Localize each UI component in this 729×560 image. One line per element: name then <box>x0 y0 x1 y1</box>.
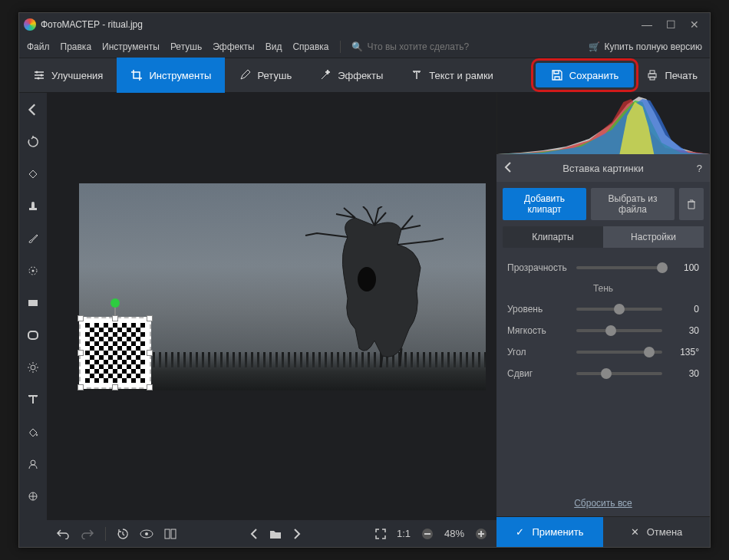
zoom-in-button[interactable] <box>475 528 487 540</box>
rotate-tool[interactable] <box>24 133 42 151</box>
fill-tool[interactable] <box>24 423 42 441</box>
separator <box>340 41 341 53</box>
actual-size-button[interactable]: 1:1 <box>397 528 411 539</box>
resize-handle-ne[interactable] <box>147 315 153 321</box>
menu-tools[interactable]: Инструменты <box>102 41 160 52</box>
slider-softness: Мягкость 30 <box>507 320 699 341</box>
add-clipart-button[interactable]: Добавить клипарт <box>503 188 586 220</box>
svg-rect-11 <box>28 300 38 306</box>
slider-value: 0 <box>668 304 699 315</box>
tab-text-frames[interactable]: Текст и рамки <box>397 58 507 93</box>
gradient-tool[interactable] <box>24 294 42 312</box>
from-file-button[interactable]: Выбрать из файла <box>591 188 675 220</box>
tab-label: Ретушь <box>257 70 292 81</box>
slider-track[interactable] <box>576 308 662 311</box>
svg-point-15 <box>31 460 35 465</box>
resize-handle-w[interactable] <box>78 350 84 356</box>
open-folder-button[interactable] <box>269 529 282 539</box>
histogram[interactable] <box>496 93 710 154</box>
menu-effects[interactable]: Эффекты <box>213 41 255 52</box>
search-box[interactable]: 🔍 <box>351 41 506 52</box>
stamp-tool[interactable] <box>24 197 42 216</box>
slider-track[interactable] <box>576 351 662 354</box>
tab-tools[interactable]: Инструменты <box>117 58 225 93</box>
menu-edit[interactable]: Правка <box>61 41 92 52</box>
window-controls: — ☐ ✕ <box>642 18 705 31</box>
resize-handle-se[interactable] <box>147 384 153 390</box>
slider-track[interactable] <box>576 329 662 332</box>
fit-screen-button[interactable] <box>375 529 386 539</box>
inserted-clipart[interactable] <box>79 317 151 389</box>
slider-thumb[interactable] <box>614 304 625 315</box>
maximize-button[interactable]: ☐ <box>666 18 676 31</box>
heal-tool[interactable] <box>24 165 42 183</box>
slider-thumb[interactable] <box>657 262 668 273</box>
tab-label: Текст и рамки <box>429 70 493 81</box>
slider-thumb[interactable] <box>601 368 612 379</box>
slider-track[interactable] <box>576 372 662 375</box>
print-button[interactable]: Печать <box>646 69 698 81</box>
search-input[interactable] <box>368 41 506 52</box>
slider-offset: Сдвиг 30 <box>507 363 699 384</box>
save-button[interactable]: Сохранить <box>536 63 635 87</box>
subtab-settings[interactable]: Настройки <box>603 226 704 248</box>
subtab-cliparts[interactable]: Клипарты <box>503 226 603 248</box>
tab-retouch[interactable]: Ретушь <box>225 58 305 93</box>
slider-opacity: Прозрачность 100 <box>507 257 699 278</box>
reset-all-link[interactable]: Сбросить все <box>496 490 710 516</box>
close-button[interactable]: ✕ <box>690 18 699 31</box>
apply-button[interactable]: ✓ Применить <box>496 517 603 547</box>
svg-rect-6 <box>29 208 37 210</box>
minimize-button[interactable]: — <box>642 18 652 31</box>
shadow-section-label: Тень <box>507 283 699 294</box>
portrait-tool[interactable] <box>24 455 42 473</box>
svg-point-10 <box>32 270 35 272</box>
menu-retouch[interactable]: Ретушь <box>170 41 202 52</box>
slider-thumb[interactable] <box>605 325 616 336</box>
brightness-tool[interactable] <box>24 358 42 377</box>
tab-enhancements[interactable]: Улучшения <box>19 58 117 93</box>
slider-angle: Угол 135° <box>507 341 699 363</box>
cancel-button[interactable]: ✕ Отмена <box>603 517 710 547</box>
svg-rect-20 <box>165 529 170 539</box>
canvas[interactable] <box>47 93 496 519</box>
back-button[interactable] <box>24 100 42 119</box>
vignette-tool[interactable] <box>24 326 42 344</box>
panel-back-button[interactable] <box>504 162 512 175</box>
tab-effects[interactable]: Эффекты <box>305 58 397 93</box>
text-tool[interactable] <box>24 390 42 409</box>
slider-level: Уровень 0 <box>507 298 699 320</box>
shape-tool[interactable] <box>24 487 42 506</box>
compare-button[interactable] <box>164 528 176 540</box>
show-original-button[interactable] <box>140 529 153 539</box>
resize-handle-nw[interactable] <box>78 315 84 321</box>
next-image-button[interactable] <box>292 529 302 539</box>
crop-icon <box>130 69 143 81</box>
close-icon: ✕ <box>631 526 639 538</box>
undo-button[interactable] <box>56 529 70 539</box>
menubar: Файл Правка Инструменты Ретушь Эффекты В… <box>19 36 710 58</box>
menu-file[interactable]: Файл <box>27 41 50 52</box>
delete-button[interactable] <box>679 188 704 220</box>
radial-tool[interactable] <box>24 262 42 280</box>
redo-button[interactable] <box>81 529 94 539</box>
slider-track[interactable] <box>576 266 662 269</box>
zoom-out-button[interactable] <box>421 528 434 540</box>
resize-handle-s[interactable] <box>112 384 118 390</box>
prev-image-button[interactable] <box>249 529 259 539</box>
slider-label: Сдвиг <box>507 368 570 379</box>
slider-thumb[interactable] <box>644 347 655 357</box>
menu-view[interactable]: Вид <box>266 41 282 52</box>
brush-tool[interactable] <box>24 229 42 248</box>
svg-point-8 <box>31 202 35 205</box>
rotate-handle[interactable] <box>111 298 120 308</box>
slider-value: 30 <box>668 325 699 336</box>
menu-help[interactable]: Справка <box>292 41 328 52</box>
resize-handle-sw[interactable] <box>78 384 84 390</box>
buy-full-version[interactable]: 🛒 Купить полную версию <box>589 41 702 52</box>
resize-handle-e[interactable] <box>147 350 153 356</box>
svg-point-1 <box>41 74 43 77</box>
history-button[interactable] <box>117 528 129 540</box>
resize-handle-n[interactable] <box>112 315 118 321</box>
panel-help-button[interactable]: ? <box>697 163 702 174</box>
